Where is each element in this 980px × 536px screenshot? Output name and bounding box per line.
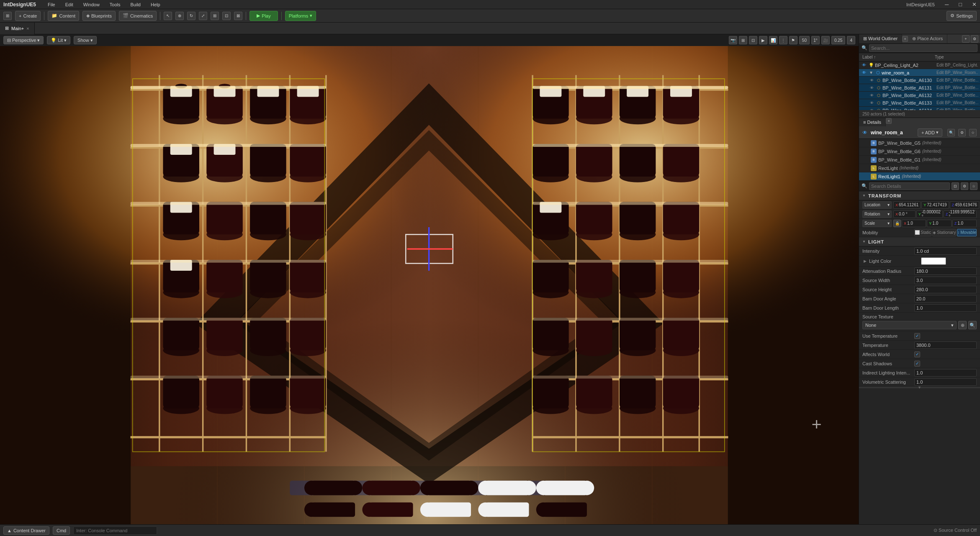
outliner-search-input[interactable] <box>869 44 977 52</box>
rotation-dropdown[interactable]: Rotation ▾ <box>862 210 892 218</box>
outliner-row-bottle-6133[interactable]: 👁 ⬡ BP_Wine_Bottle_A6133 Edit BP_Wine_Bo… <box>859 99 980 107</box>
light-color-expand[interactable]: ▶ <box>862 259 867 264</box>
light-section-header[interactable]: ▼ LIGHT <box>859 237 980 246</box>
outliner-settings-icon[interactable]: ⚙ <box>971 35 978 43</box>
vp-grid-icon[interactable]: ⊞ <box>739 36 747 44</box>
close-btn[interactable]: ✕ <box>972 1 977 8</box>
vp-value-025[interactable]: 0.25 <box>831 36 845 44</box>
viewport-canvas[interactable]: X Y Z + <box>0 46 859 524</box>
details-filter-icon[interactable]: ☆ <box>969 129 977 136</box>
menu-tools[interactable]: Tools <box>108 1 122 8</box>
rotation-y-value[interactable]: Y -0.000002 ° <box>916 210 943 218</box>
location-x-value[interactable]: X 654.11261 <box>893 201 921 209</box>
barn-door-angle-value[interactable]: 20.0 <box>914 295 977 303</box>
source-texture-browse-icon[interactable]: ⊕ <box>958 321 967 329</box>
vp-snap-icon[interactable]: ⊡ <box>749 36 757 44</box>
scale-z-value[interactable]: Z 1.0 <box>952 220 977 227</box>
content-button[interactable]: 📁 Content <box>48 11 79 21</box>
vp-cam-icon[interactable]: 🎥 <box>821 36 830 44</box>
vp-value-4[interactable]: 4 <box>847 36 855 44</box>
content-drawer-button[interactable]: ▲ Content Drawer <box>3 526 49 535</box>
comp-bottle-g5[interactable]: B BP_Wine_Bottle_G5 (Inherited) <box>859 139 980 147</box>
vp-angle-icon[interactable]: 1° <box>811 36 820 44</box>
location-z-value[interactable]: Z 459.619476 <box>950 201 979 209</box>
vp-play-icon[interactable]: ▶ <box>759 36 767 44</box>
main-tab[interactable]: ⊞ Main+ × <box>0 23 35 34</box>
rotate-tool[interactable]: ↻ <box>187 12 195 20</box>
comp-rectlight1[interactable]: L RectLight1 (Inherited) <box>859 172 980 181</box>
indirect-lighting-value[interactable]: 1.0 <box>914 369 977 377</box>
vp-zoom-50[interactable]: 50 <box>799 36 810 44</box>
temperature-value[interactable]: 3800.0 <box>914 341 977 349</box>
intensity-value[interactable]: 1.0 cd <box>914 247 977 255</box>
cast-shadows-checkbox[interactable] <box>914 361 920 367</box>
place-actors-tab[interactable]: ⊕ Place Actors <box>908 34 947 43</box>
vp-more-icon[interactable]: ⋮ <box>779 36 787 44</box>
details-settings-icon[interactable]: ⚙ <box>958 129 966 136</box>
scale-y-value[interactable]: Y 1.0 <box>927 220 951 227</box>
play-button[interactable]: ▶ ▶ Play Play <box>250 11 278 21</box>
maximize-btn[interactable]: □ <box>959 1 962 8</box>
volumetric-value[interactable]: 1.0 <box>914 378 977 386</box>
details-search-icon[interactable]: 🔍 <box>947 129 955 136</box>
toolbar-grid-icon[interactable]: ⊞ <box>3 12 12 20</box>
minimize-btn[interactable]: ─ <box>945 1 949 8</box>
create-button[interactable]: + Create <box>15 11 41 21</box>
outliner-row-bottle-6130[interactable]: 👁 ⬡ BP_Wine_Bottle_A6130 Edit BP_Wine_Bo… <box>859 77 980 84</box>
transform-tool[interactable]: ⊕ <box>175 12 184 20</box>
static-mobility-btn[interactable]: ⬜ Static <box>914 229 931 236</box>
scale-tool[interactable]: ⤢ <box>199 12 207 20</box>
barn-door-length-value[interactable]: 1.0 <box>914 304 977 312</box>
settings-button[interactable]: ⚙ ⚙ Settings Settings <box>947 11 977 21</box>
details-add-button[interactable]: + ADD ▾ <box>918 128 942 137</box>
details-star-icon[interactable]: ☆ <box>970 182 977 190</box>
comp-bottle-g1[interactable]: B BP_Wine_Bottle_G1 (Inherited) <box>859 156 980 164</box>
select-tool[interactable]: ↖ <box>164 12 172 20</box>
perspective-button[interactable]: ⊟ Perspective ▾ <box>3 36 44 44</box>
details-close[interactable]: × <box>886 118 892 124</box>
source-texture-dropdown[interactable]: None ▾ <box>862 321 957 329</box>
outliner-row-bottle-6132[interactable]: 👁 ⬡ BP_Wine_Bottle_A6132 Edit BP_Wine_Bo… <box>859 92 980 99</box>
scale-lock-icon[interactable]: 🔒 <box>893 220 901 227</box>
rotation-x-value[interactable]: X 0.0 ° <box>893 210 916 218</box>
cinematics-button[interactable]: 🎬 Cinematics <box>119 11 157 21</box>
comp-bottle-g6[interactable]: B BP_Wine_Bottle_G6 (Inherited) <box>859 147 980 156</box>
use-temperature-checkbox[interactable] <box>914 333 920 339</box>
details-tab[interactable]: ≡ Details <box>859 118 886 126</box>
scale-x-value[interactable]: X 1.0 <box>902 220 926 227</box>
outliner-row-ceiling-light[interactable]: 👁 💡 BP_Ceiling_Light_A2 Edit BP_Ceiling_… <box>859 62 980 69</box>
menu-help[interactable]: Help <box>149 1 162 8</box>
menu-window[interactable]: Window <box>82 1 101 8</box>
stationary-mobility-btn[interactable]: ◈ Stationary <box>932 229 956 236</box>
console-input[interactable] <box>73 526 157 535</box>
menu-build[interactable]: Build <box>129 1 142 8</box>
universal-tool[interactable]: ⊞ <box>211 12 219 20</box>
attenuation-radius-value[interactable]: 180.0 <box>914 267 977 275</box>
cmd-button[interactable]: Cmd <box>53 526 70 535</box>
comp-rectlight[interactable]: L RectLight (Inherited) <box>859 164 980 172</box>
outliner-row-bottle-6131[interactable]: 👁 ⬡ BP_Wine_Bottle_A6131 Edit BP_Wine_Bo… <box>859 84 980 92</box>
location-y-value[interactable]: Y 72.417419 <box>921 201 949 209</box>
rotation-z-value[interactable]: Z -1169.999512 ° <box>944 210 977 218</box>
source-control-status[interactable]: ⊙ Source Control Off <box>934 528 977 533</box>
menu-file[interactable]: File <box>46 1 57 8</box>
outliner-row-wine-room[interactable]: 👁 ▼ ⬡ wine_room_a Edit BP_Wine_Room... <box>859 69 980 77</box>
scroll-more-indicator[interactable]: ▼ <box>859 387 980 388</box>
show-button[interactable]: Show ▾ <box>74 36 97 44</box>
location-dropdown[interactable]: Location ▾ <box>862 201 892 209</box>
movable-mobility-btn[interactable]: ↕ Movable <box>957 229 977 236</box>
outliner-row-bottle-6134[interactable]: 👁 ⬡ BP_Wine_Bottle_A6134 Edit BP_Wine_Bo… <box>859 107 980 110</box>
details-search-input[interactable] <box>869 182 950 190</box>
source-height-value[interactable]: 280.0 <box>914 286 977 293</box>
world-outliner-close[interactable]: × <box>902 36 908 42</box>
scale-dropdown[interactable]: Scale ▾ <box>862 220 892 227</box>
details-expand-icon[interactable]: ⊡ <box>952 182 959 190</box>
lit-button[interactable]: 💡 Lit ▾ <box>47 36 70 44</box>
snap2-tool[interactable]: ⊠ <box>234 12 242 20</box>
affects-world-checkbox[interactable] <box>914 351 920 357</box>
vp-stats-icon[interactable]: 📊 <box>769 36 777 44</box>
blueprints-button[interactable]: ◈ Blueprints <box>82 11 116 21</box>
world-outliner-tab[interactable]: ⊞ World Outliner <box>859 34 902 43</box>
snap-tool[interactable]: ⊡ <box>222 12 231 20</box>
main-tab-close[interactable]: × <box>26 26 29 31</box>
